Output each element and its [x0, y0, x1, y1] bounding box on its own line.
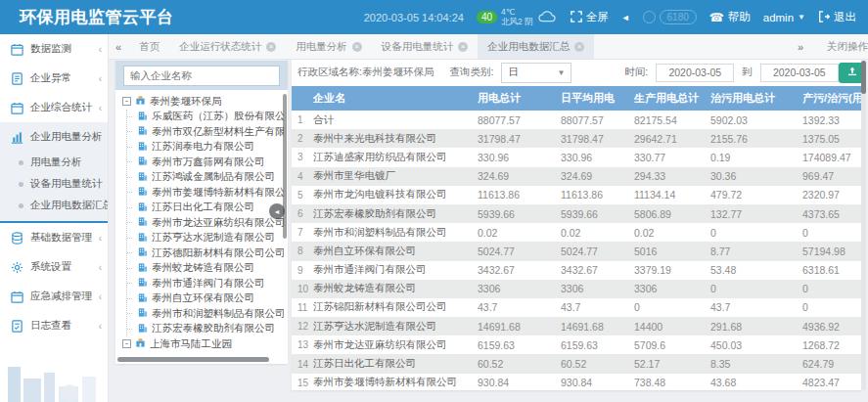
query-type-value: 日	[508, 66, 519, 79]
table-row[interactable]: 12江苏亨达水泥制造有限公司14691.6814691.6814400291.6…	[292, 317, 861, 335]
close-icon[interactable]: ×	[352, 42, 362, 52]
table-row[interactable]: 9泰州市通洋阀门有限公司3432.673432.673379.1953.4863…	[292, 261, 861, 280]
collapse-node-icon[interactable]: -	[122, 97, 131, 106]
chevron-left-icon: ‹	[99, 291, 102, 302]
tree-company-node[interactable]: 泰州蛟龙铸造有限公司	[134, 261, 284, 277]
tree-company-node[interactable]: 江苏德阳新材料有限公司公司	[134, 246, 284, 261]
chevron-left-icon: ‹	[99, 44, 102, 55]
row-index: 2	[292, 133, 313, 144]
tree-children: 乐威医药（江苏）股份有限公司泰州市双亿新型材料生产有限公司江苏润泰电力有限公司泰…	[126, 110, 284, 337]
fullscreen-label: 全屏	[586, 10, 609, 24]
sidebar-item-data-monitoring[interactable]: 数据监测‹	[0, 34, 108, 64]
value-cell: 88077.57	[561, 114, 634, 126]
value-cell: 0.02	[478, 227, 561, 239]
tab-home[interactable]: 首页	[129, 34, 169, 59]
company-name-cell: 泰州市龙达亚麻纺织有限公司	[313, 338, 478, 352]
tree-company-node[interactable]: 泰州市通洋阀门有限公司	[134, 276, 284, 291]
table-row[interactable]: 13泰州市龙达亚麻纺织有限公司6159.636159.635709.6450.0…	[292, 335, 861, 354]
value-cell: 30.36	[710, 170, 802, 182]
search-input[interactable]	[123, 66, 280, 86]
tree-root-node[interactable]: -上海市马陆工业园	[122, 336, 284, 352]
table-row[interactable]: 6江苏宏泰橡胶助剂有限公司5939.665939.665806.89132.77…	[292, 204, 861, 223]
tab-run-status-statistics[interactable]: 企业运行状态统计×	[169, 34, 286, 59]
tree-company-node[interactable]: 江苏日出化工有限公司	[134, 201, 284, 216]
fullscreen-button[interactable]: 全屏	[571, 10, 609, 24]
organization-icon	[135, 337, 146, 350]
row-index: 8	[292, 246, 313, 256]
logout-button[interactable]: 退出	[818, 10, 856, 24]
table-row[interactable]: 2泰州中来光电科技有限公司31798.4731798.4729642.71215…	[292, 129, 861, 148]
tree-company-node[interactable]: 江苏宏泰橡胶助剂有限公司	[134, 322, 284, 337]
sidebar-subitem-device-power-statistics[interactable]: 设备用电量统计	[0, 173, 108, 195]
table-row[interactable]: 5泰州市龙沟电镀科技有限公司11613.8611613.8611134.1447…	[292, 186, 861, 204]
tab-device-power-statistics[interactable]: 设备用电量统计×	[372, 34, 479, 59]
tree-vertical-scrollbar[interactable]	[283, 94, 287, 239]
close-icon[interactable]: ×	[574, 42, 584, 52]
speaker-muted-icon[interactable]: ◄	[621, 13, 630, 22]
table-row[interactable]: 15泰州市姜堰博特新材料有限公司930.84930.84738.4843.684…	[292, 374, 861, 390]
tree-company-node[interactable]: 泰州市双亿新型材料生产有限公司	[134, 124, 284, 140]
table-row[interactable]: 7泰州市和润塑料制品有限公司0.020.020.0200	[292, 223, 861, 242]
building-icon	[137, 232, 148, 245]
sidebar-subitem-power-usage-analysis[interactable]: 用电量分析	[0, 152, 108, 173]
tree-company-node[interactable]: 泰州市和润塑料制品有限公司	[134, 306, 284, 322]
sidebar-item-emergency-reduction[interactable]: 应急减排管理‹	[0, 282, 108, 311]
table-row[interactable]: 1合计88077.5788077.5782175.545902.031392.3…	[292, 111, 861, 129]
building-icon	[137, 111, 148, 123]
close-operations-button[interactable]: 关闭操作	[827, 40, 868, 54]
report-icon	[11, 71, 24, 85]
value-cell: 3432.67	[561, 264, 634, 276]
tabs-scroll-right-icon[interactable]: »	[790, 41, 811, 53]
table-row[interactable]: 10泰州蛟龙铸造有限公司33063306330600	[292, 280, 861, 298]
table-row[interactable]: 11江苏锦阳新材料有限公司公司43.743.7043.70	[292, 298, 861, 317]
query-type-select[interactable]: 日 ▼	[501, 63, 571, 83]
sidebar-item-enterprise-statistics[interactable]: 企业综合统计‹	[0, 93, 108, 122]
tree-company-node[interactable]: 泰州市万鑫筛网有限公司	[134, 155, 284, 170]
tree-company-node[interactable]: 江苏润泰电力有限公司	[134, 140, 284, 156]
sidebar-item-log-view[interactable]: 日志查看‹	[0, 311, 108, 340]
table-row[interactable]: 14江苏日出化工有限公司60.5260.5252.178.35624.79	[292, 354, 861, 373]
scrollbar-thumb[interactable]	[861, 61, 866, 94]
notification-badge[interactable]: 6180	[643, 10, 697, 24]
table-row[interactable]: 8泰州自立环保有限公司5024.775024.7750168.7757194.9…	[292, 242, 861, 260]
tabs-scroll-left-icon[interactable]: «	[108, 41, 129, 53]
building-icon	[137, 262, 148, 275]
datetime: 2020-03-05 14:04:24	[364, 12, 464, 23]
value-cell: 5024.77	[478, 246, 561, 257]
main-vertical-scrollbar[interactable]	[861, 61, 866, 390]
tree-company-node[interactable]: 江苏亨达水泥制造有限公司	[134, 231, 284, 246]
chevron-left-icon: ‹	[99, 73, 102, 84]
table-row[interactable]: 3江苏迪盛家用纺织品有限公司330.96330.96330.770.191740…	[292, 148, 861, 166]
tree-connector	[127, 161, 132, 162]
column-header: 日平均用电	[561, 91, 634, 106]
tree-company-node[interactable]: 乐威医药（江苏）股份有限公司	[134, 110, 284, 125]
sidebar-item-enterprise-exception[interactable]: 企业异常‹	[0, 64, 108, 93]
close-icon[interactable]: ×	[458, 42, 468, 52]
sidebar-item-system-settings[interactable]: 系统设置‹	[0, 252, 108, 282]
tree-company-node[interactable]: 泰州自立环保有限公司	[134, 291, 284, 307]
sidebar-item-power-analysis[interactable]: 企业用电量分析ˇ	[0, 122, 108, 152]
tree-root-node[interactable]: -泰州姜堰环保局	[122, 94, 284, 110]
tab-enterprise-power-summary[interactable]: 企业用电数据汇总×	[478, 34, 594, 59]
table-row[interactable]: 4泰州市里华电镀厂324.69324.69294.3330.36969.47	[292, 167, 861, 186]
collapse-node-icon[interactable]: -	[122, 339, 131, 348]
sidebar-subitem-enterprise-power-summary[interactable]: 企业用电数据汇总	[0, 195, 108, 216]
tree-company-node[interactable]: 江苏鸿诚金属制品有限公司	[134, 170, 284, 186]
fullscreen-icon	[571, 11, 582, 24]
tree-node-label: 乐威医药（江苏）股份有限公司	[152, 110, 284, 123]
sidebar-item-base-data-management[interactable]: 基础数据管理‹	[0, 223, 108, 252]
value-cell: 0	[634, 301, 710, 313]
help-button[interactable]: ☎ 帮助	[709, 10, 751, 24]
tree-horizontal-scrollbar[interactable]	[117, 357, 269, 362]
close-icon[interactable]: ×	[266, 42, 276, 52]
collapse-panel-button[interactable]: ◄	[269, 203, 285, 219]
company-name-cell: 泰州蛟龙铸造有限公司	[313, 282, 478, 295]
tab-power-usage-analysis[interactable]: 用电量分析×	[286, 34, 372, 59]
user-menu[interactable]: admin ▼	[763, 12, 805, 23]
date-from-input[interactable]	[656, 64, 734, 82]
tree-company-node[interactable]: 泰州市姜堰博特新材料有限公司	[134, 185, 284, 201]
date-to-input[interactable]	[760, 64, 839, 82]
export-button[interactable]: 导出	[839, 63, 861, 83]
chevron-left-icon: ‹	[99, 103, 102, 113]
tree-company-node[interactable]: 泰州市龙达亚麻纺织有限公司	[134, 215, 284, 231]
